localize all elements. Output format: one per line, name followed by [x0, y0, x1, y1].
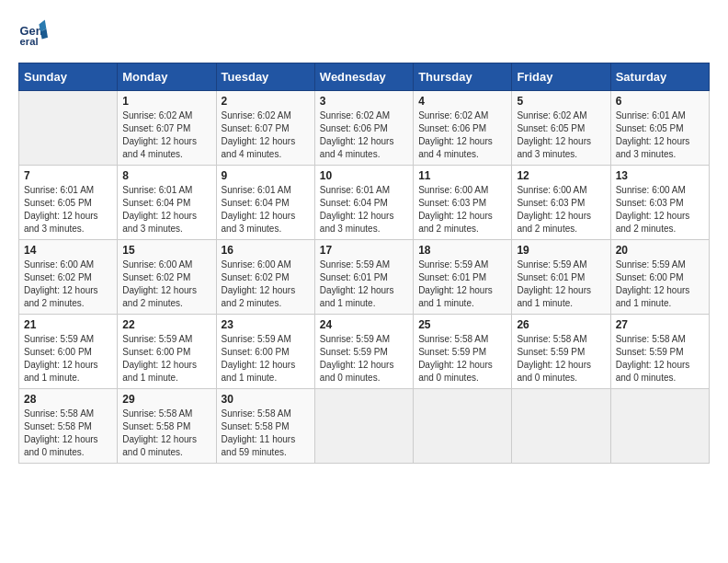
day-info: Sunrise: 5:58 AM Sunset: 5:59 PM Dayligh… — [517, 333, 605, 385]
day-number: 3 — [320, 95, 408, 108]
calendar-week-row: 21Sunrise: 5:59 AM Sunset: 6:00 PM Dayli… — [19, 315, 710, 389]
day-number: 19 — [517, 244, 605, 257]
calendar-cell: 4Sunrise: 6:02 AM Sunset: 6:06 PM Daylig… — [414, 91, 512, 166]
logo-icon: Gen eral — [18, 18, 48, 48]
day-info: Sunrise: 6:01 AM Sunset: 6:04 PM Dayligh… — [222, 184, 310, 236]
day-info: Sunrise: 5:58 AM Sunset: 5:58 PM Dayligh… — [24, 408, 112, 459]
calendar-cell: 2Sunrise: 6:02 AM Sunset: 6:07 PM Daylig… — [216, 91, 314, 166]
day-info: Sunrise: 5:58 AM Sunset: 5:58 PM Dayligh… — [122, 408, 210, 459]
day-info: Sunrise: 6:00 AM Sunset: 6:03 PM Dayligh… — [616, 184, 704, 236]
day-info: Sunrise: 6:02 AM Sunset: 6:05 PM Dayligh… — [517, 109, 605, 161]
day-number: 8 — [122, 169, 210, 182]
calendar-cell: 12Sunrise: 6:00 AM Sunset: 6:03 PM Dayli… — [512, 166, 610, 240]
weekday-header: Saturday — [610, 63, 709, 91]
calendar-table: SundayMondayTuesdayWednesdayThursdayFrid… — [18, 63, 710, 464]
calendar-cell: 27Sunrise: 5:58 AM Sunset: 5:59 PM Dayli… — [610, 315, 709, 389]
calendar-week-row: 1Sunrise: 6:02 AM Sunset: 6:07 PM Daylig… — [19, 91, 710, 166]
day-number: 14 — [24, 244, 112, 257]
day-number: 21 — [24, 318, 112, 331]
calendar-cell: 24Sunrise: 5:59 AM Sunset: 5:59 PM Dayli… — [314, 315, 413, 389]
day-number: 30 — [222, 393, 310, 406]
calendar-cell — [314, 389, 413, 464]
calendar-cell: 10Sunrise: 6:01 AM Sunset: 6:04 PM Dayli… — [314, 166, 413, 240]
day-info: Sunrise: 6:00 AM Sunset: 6:03 PM Dayligh… — [517, 184, 605, 236]
calendar-week-row: 28Sunrise: 5:58 AM Sunset: 5:58 PM Dayli… — [19, 389, 710, 464]
day-info: Sunrise: 5:59 AM Sunset: 6:00 PM Dayligh… — [616, 259, 704, 310]
calendar-cell: 23Sunrise: 5:59 AM Sunset: 6:00 PM Dayli… — [216, 315, 314, 389]
calendar-cell — [414, 389, 512, 464]
logo: Gen eral — [18, 18, 51, 48]
calendar-header-row: SundayMondayTuesdayWednesdayThursdayFrid… — [19, 63, 710, 91]
day-number: 6 — [616, 95, 704, 108]
day-number: 9 — [222, 169, 310, 182]
day-info: Sunrise: 6:01 AM Sunset: 6:04 PM Dayligh… — [122, 184, 210, 236]
day-info: Sunrise: 5:59 AM Sunset: 6:01 PM Dayligh… — [517, 259, 605, 310]
calendar-cell — [610, 389, 709, 464]
day-info: Sunrise: 6:02 AM Sunset: 6:07 PM Dayligh… — [222, 109, 310, 161]
day-number: 26 — [517, 318, 605, 331]
day-info: Sunrise: 6:00 AM Sunset: 6:03 PM Dayligh… — [418, 184, 506, 236]
calendar-cell: 25Sunrise: 5:58 AM Sunset: 5:59 PM Dayli… — [414, 315, 512, 389]
day-number: 25 — [418, 318, 506, 331]
weekday-header: Sunday — [19, 63, 118, 91]
calendar-cell: 3Sunrise: 6:02 AM Sunset: 6:06 PM Daylig… — [314, 91, 413, 166]
day-number: 7 — [24, 169, 112, 182]
day-info: Sunrise: 5:59 AM Sunset: 5:59 PM Dayligh… — [320, 333, 408, 385]
calendar-week-row: 7Sunrise: 6:01 AM Sunset: 6:05 PM Daylig… — [19, 166, 710, 240]
day-info: Sunrise: 5:59 AM Sunset: 6:00 PM Dayligh… — [222, 333, 310, 385]
day-info: Sunrise: 6:01 AM Sunset: 6:04 PM Dayligh… — [320, 184, 408, 236]
calendar-cell: 20Sunrise: 5:59 AM Sunset: 6:00 PM Dayli… — [610, 240, 709, 315]
calendar-cell: 17Sunrise: 5:59 AM Sunset: 6:01 PM Dayli… — [314, 240, 413, 315]
calendar-cell: 13Sunrise: 6:00 AM Sunset: 6:03 PM Dayli… — [610, 166, 709, 240]
calendar-cell: 19Sunrise: 5:59 AM Sunset: 6:01 PM Dayli… — [512, 240, 610, 315]
page-header: Gen eral — [18, 18, 710, 48]
weekday-header: Tuesday — [216, 63, 314, 91]
day-number: 4 — [418, 95, 506, 108]
day-number: 17 — [320, 244, 408, 257]
day-info: Sunrise: 6:00 AM Sunset: 6:02 PM Dayligh… — [222, 259, 310, 310]
day-info: Sunrise: 5:59 AM Sunset: 6:01 PM Dayligh… — [418, 259, 506, 310]
svg-text:eral: eral — [20, 36, 39, 47]
day-number: 22 — [122, 318, 210, 331]
day-number: 5 — [517, 95, 605, 108]
day-number: 12 — [517, 169, 605, 182]
calendar-cell: 30Sunrise: 5:58 AM Sunset: 5:58 PM Dayli… — [216, 389, 314, 464]
calendar-cell: 9Sunrise: 6:01 AM Sunset: 6:04 PM Daylig… — [216, 166, 314, 240]
calendar-cell: 28Sunrise: 5:58 AM Sunset: 5:58 PM Dayli… — [19, 389, 118, 464]
day-info: Sunrise: 5:58 AM Sunset: 5:59 PM Dayligh… — [418, 333, 506, 385]
weekday-header: Friday — [512, 63, 610, 91]
day-number: 28 — [24, 393, 112, 406]
calendar-cell: 21Sunrise: 5:59 AM Sunset: 6:00 PM Dayli… — [19, 315, 118, 389]
day-info: Sunrise: 6:02 AM Sunset: 6:06 PM Dayligh… — [418, 109, 506, 161]
calendar-cell — [512, 389, 610, 464]
day-number: 27 — [616, 318, 704, 331]
day-number: 23 — [222, 318, 310, 331]
day-info: Sunrise: 5:59 AM Sunset: 6:01 PM Dayligh… — [320, 259, 408, 310]
day-number: 24 — [320, 318, 408, 331]
calendar-week-row: 14Sunrise: 6:00 AM Sunset: 6:02 PM Dayli… — [19, 240, 710, 315]
day-info: Sunrise: 5:58 AM Sunset: 5:58 PM Dayligh… — [222, 408, 310, 459]
day-number: 15 — [122, 244, 210, 257]
calendar-cell: 11Sunrise: 6:00 AM Sunset: 6:03 PM Dayli… — [414, 166, 512, 240]
calendar-cell: 7Sunrise: 6:01 AM Sunset: 6:05 PM Daylig… — [19, 166, 118, 240]
calendar-cell: 22Sunrise: 5:59 AM Sunset: 6:00 PM Dayli… — [118, 315, 216, 389]
calendar-cell: 29Sunrise: 5:58 AM Sunset: 5:58 PM Dayli… — [118, 389, 216, 464]
day-info: Sunrise: 6:00 AM Sunset: 6:02 PM Dayligh… — [122, 259, 210, 310]
day-info: Sunrise: 6:00 AM Sunset: 6:02 PM Dayligh… — [24, 259, 112, 310]
weekday-header: Wednesday — [314, 63, 413, 91]
calendar-cell: 5Sunrise: 6:02 AM Sunset: 6:05 PM Daylig… — [512, 91, 610, 166]
day-number: 11 — [418, 169, 506, 182]
calendar-cell: 8Sunrise: 6:01 AM Sunset: 6:04 PM Daylig… — [118, 166, 216, 240]
calendar-cell: 16Sunrise: 6:00 AM Sunset: 6:02 PM Dayli… — [216, 240, 314, 315]
calendar-cell: 1Sunrise: 6:02 AM Sunset: 6:07 PM Daylig… — [118, 91, 216, 166]
day-number: 20 — [616, 244, 704, 257]
calendar-cell: 18Sunrise: 5:59 AM Sunset: 6:01 PM Dayli… — [414, 240, 512, 315]
calendar-cell: 6Sunrise: 6:01 AM Sunset: 6:05 PM Daylig… — [610, 91, 709, 166]
day-number: 13 — [616, 169, 704, 182]
day-number: 2 — [222, 95, 310, 108]
day-number: 29 — [122, 393, 210, 406]
calendar-cell: 15Sunrise: 6:00 AM Sunset: 6:02 PM Dayli… — [118, 240, 216, 315]
day-number: 10 — [320, 169, 408, 182]
calendar-cell: 14Sunrise: 6:00 AM Sunset: 6:02 PM Dayli… — [19, 240, 118, 315]
day-info: Sunrise: 5:59 AM Sunset: 6:00 PM Dayligh… — [122, 333, 210, 385]
